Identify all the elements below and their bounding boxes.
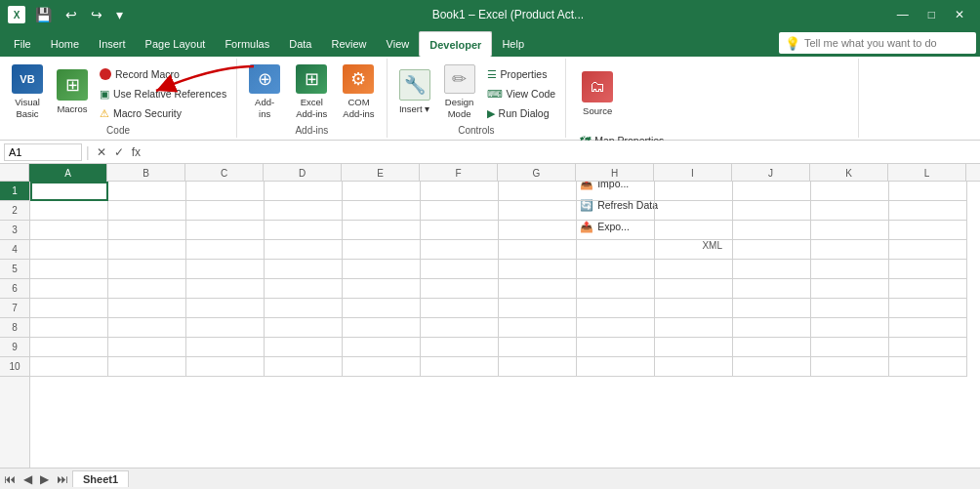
col-header-i[interactable]: I — [654, 164, 732, 182]
undo-button[interactable]: ↩ — [61, 5, 81, 24]
cell-B6[interactable] — [108, 279, 186, 299]
cell-J8[interactable] — [733, 318, 811, 338]
cancel-formula-button[interactable]: ✕ — [94, 144, 109, 160]
cell-L3[interactable] — [889, 221, 967, 240]
cell-A8[interactable] — [30, 318, 108, 338]
cell-C4[interactable] — [186, 240, 265, 260]
cell-I1[interactable] — [655, 182, 733, 201]
cell-F9[interactable] — [421, 338, 499, 357]
row-header-10[interactable]: 10 — [0, 357, 29, 377]
cell-A7[interactable] — [30, 299, 108, 318]
cell-A10[interactable] — [30, 357, 108, 377]
cell-D6[interactable] — [265, 279, 343, 299]
row-header-7[interactable]: 7 — [0, 299, 29, 318]
use-relative-button[interactable]: ▣ Use Relative References — [96, 84, 230, 103]
cell-B9[interactable] — [108, 338, 186, 357]
cell-I4[interactable] — [655, 240, 733, 260]
insert-function-button[interactable]: fx — [129, 144, 143, 160]
confirm-formula-button[interactable]: ✓ — [111, 144, 127, 160]
cell-G4[interactable] — [499, 240, 577, 260]
cell-K7[interactable] — [811, 299, 889, 318]
cell-H5[interactable] — [577, 260, 655, 279]
cell-C8[interactable] — [186, 318, 265, 338]
cell-C1[interactable] — [186, 182, 265, 201]
col-header-l[interactable]: L — [888, 164, 966, 182]
cell-J10[interactable] — [733, 357, 811, 377]
cell-D2[interactable] — [265, 201, 343, 221]
cell-L2[interactable] — [889, 201, 967, 221]
redo-button[interactable]: ↪ — [87, 5, 106, 24]
cell-E2[interactable] — [343, 201, 421, 221]
cell-I9[interactable] — [655, 338, 733, 357]
sheet-nav-first[interactable]: ⏮ — [0, 472, 20, 486]
col-header-d[interactable]: D — [264, 164, 342, 182]
row-header-6[interactable]: 6 — [0, 279, 29, 299]
cell-K2[interactable] — [811, 201, 889, 221]
cell-C10[interactable] — [186, 357, 265, 377]
row-header-3[interactable]: 3 — [0, 221, 29, 240]
cell-G6[interactable] — [499, 279, 577, 299]
cell-A4[interactable] — [30, 240, 108, 260]
run-dialog-button[interactable]: ▶ Run Dialog — [483, 103, 560, 123]
source-button[interactable]: 🗂 Source — [576, 62, 619, 125]
cell-G8[interactable] — [499, 318, 577, 338]
cell-B4[interactable] — [108, 240, 186, 260]
cell-E8[interactable] — [343, 318, 421, 338]
col-header-f[interactable]: F — [420, 164, 498, 182]
cell-I5[interactable] — [655, 260, 733, 279]
tab-pagelayout[interactable]: Page Layout — [136, 31, 216, 57]
cell-D3[interactable] — [265, 221, 343, 240]
name-box[interactable] — [4, 143, 82, 161]
cell-J3[interactable] — [733, 221, 811, 240]
cell-F1[interactable] — [421, 182, 499, 201]
cell-A5[interactable] — [30, 260, 108, 279]
close-button[interactable]: ✕ — [947, 6, 972, 23]
cell-F4[interactable] — [421, 240, 499, 260]
cell-E7[interactable] — [343, 299, 421, 318]
cell-I8[interactable] — [655, 318, 733, 338]
tab-review[interactable]: Review — [321, 31, 376, 57]
cell-H6[interactable] — [577, 279, 655, 299]
cell-F3[interactable] — [421, 221, 499, 240]
cell-E9[interactable] — [343, 338, 421, 357]
cell-H9[interactable] — [577, 338, 655, 357]
sheet-nav-prev[interactable]: ◀ — [20, 472, 36, 486]
excel-add-ins-button[interactable]: ⊞ ExcelAdd-ins — [290, 61, 333, 123]
cell-K1[interactable] — [811, 182, 889, 201]
cell-I3[interactable] — [655, 221, 733, 240]
cell-A3[interactable] — [30, 221, 108, 240]
sheet-nav-next[interactable]: ▶ — [36, 472, 53, 486]
cell-B10[interactable] — [108, 357, 186, 377]
col-header-j[interactable]: J — [732, 164, 810, 182]
cell-I10[interactable] — [655, 357, 733, 377]
cell-D5[interactable] — [265, 260, 343, 279]
cell-J2[interactable] — [733, 201, 811, 221]
macros-button[interactable]: ⊞ Macros — [51, 61, 94, 123]
row-header-4[interactable]: 4 — [0, 240, 29, 260]
cell-C6[interactable] — [186, 279, 265, 299]
cell-G9[interactable] — [499, 338, 577, 357]
cell-E4[interactable] — [343, 240, 421, 260]
cell-A9[interactable] — [30, 338, 108, 357]
cell-K10[interactable] — [811, 357, 889, 377]
cell-C9[interactable] — [186, 338, 265, 357]
cell-E3[interactable] — [343, 221, 421, 240]
cell-H7[interactable] — [577, 299, 655, 318]
col-header-g[interactable]: G — [498, 164, 576, 182]
cell-F7[interactable] — [421, 299, 499, 318]
col-header-b[interactable]: B — [107, 164, 185, 182]
cell-A2[interactable] — [30, 201, 108, 221]
tab-help[interactable]: Help — [492, 31, 534, 57]
cell-G5[interactable] — [499, 260, 577, 279]
cell-F2[interactable] — [421, 201, 499, 221]
cell-J5[interactable] — [733, 260, 811, 279]
cell-H4[interactable] — [577, 240, 655, 260]
row-header-5[interactable]: 5 — [0, 260, 29, 279]
restore-button[interactable]: □ — [920, 6, 943, 23]
cell-G10[interactable] — [499, 357, 577, 377]
cell-G1[interactable] — [499, 182, 577, 201]
tab-home[interactable]: Home — [41, 31, 89, 57]
add-ins-button[interactable]: ⊕ Add-ins — [243, 61, 286, 123]
com-add-ins-button[interactable]: ⚙ COMAdd-ins — [337, 61, 380, 123]
tab-view[interactable]: View — [377, 31, 420, 57]
